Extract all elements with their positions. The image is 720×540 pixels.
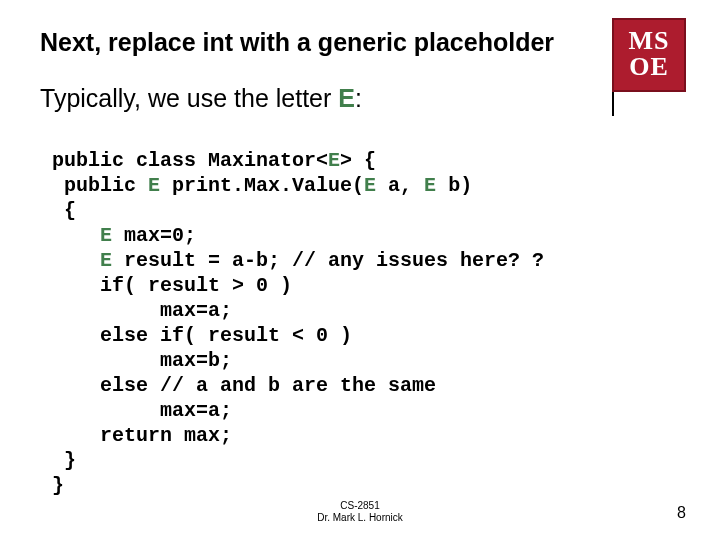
code-generic: E (424, 174, 436, 197)
code-text: a, (376, 174, 424, 197)
code-block: public class Maxinator<E> { public E pri… (52, 148, 544, 498)
footer-course: CS-2851 (340, 500, 379, 511)
page-number: 8 (677, 504, 686, 522)
slide-title: Next, replace int with a generic placeho… (40, 28, 554, 57)
code-text: else if( result < 0 ) (52, 324, 352, 347)
subtitle-letter: E (338, 84, 355, 112)
code-text: result = a-b; // any issues here? ? (112, 249, 544, 272)
code-text: print.Max.Value( (160, 174, 364, 197)
code-generic: E (328, 149, 340, 172)
code-text: max=0; (112, 224, 196, 247)
code-text (52, 224, 100, 247)
slide-footer: CS-2851 Dr. Mark L. Hornick (0, 500, 720, 524)
code-text: max=b; (52, 349, 232, 372)
code-text: return max; (52, 424, 232, 447)
code-text: else // a and b are the same (52, 374, 436, 397)
subtitle-post: : (355, 84, 362, 112)
logo-text: MS OE (612, 18, 686, 92)
slide: Next, replace int with a generic placeho… (0, 0, 720, 540)
msoe-logo: MS OE (612, 18, 686, 92)
code-text: } (52, 474, 64, 497)
code-text: max=a; (52, 399, 232, 422)
logo-line1: MS (629, 26, 670, 55)
subtitle-pre: Typically, we use the letter (40, 84, 338, 112)
code-generic: E (364, 174, 376, 197)
code-generic: E (100, 224, 112, 247)
code-text: public (52, 174, 148, 197)
code-text: b) (436, 174, 472, 197)
code-text: if( result > 0 ) (52, 274, 292, 297)
code-generic: E (148, 174, 160, 197)
code-text: } (52, 449, 76, 472)
code-text: public class Maxinator< (52, 149, 328, 172)
code-text (52, 249, 100, 272)
footer-author: Dr. Mark L. Hornick (317, 512, 403, 523)
slide-subtitle: Typically, we use the letter E: (40, 84, 362, 113)
code-text: > { (340, 149, 376, 172)
code-text: max=a; (52, 299, 232, 322)
code-generic: E (100, 249, 112, 272)
logo-line2: OE (629, 52, 669, 81)
code-text: { (52, 199, 76, 222)
